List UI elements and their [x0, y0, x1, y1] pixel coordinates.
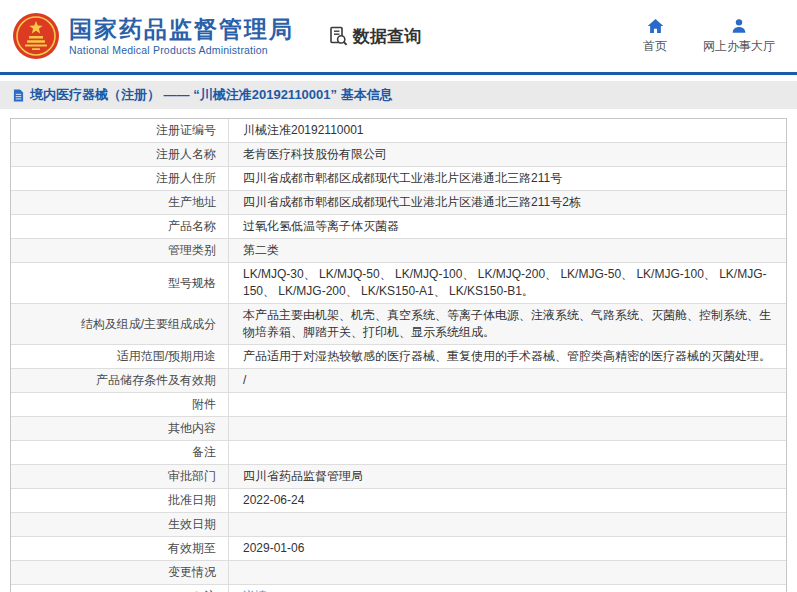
table-row: 管理类别 第二类 [11, 238, 786, 262]
row-label: 有效期至 [11, 537, 229, 560]
row-value: 2022-06-24 [229, 489, 786, 512]
row-value: 详情 [229, 585, 786, 592]
nav-home-label: 首页 [643, 38, 667, 55]
nav-home[interactable]: 首页 [643, 18, 667, 55]
table-row: 备注 [11, 440, 786, 464]
table-row: 有效期至 2029-01-06 [11, 536, 786, 560]
document-icon [13, 89, 24, 102]
table-row: 变更情况 [11, 560, 786, 584]
table-row: 注册证编号 川械注准20192110001 [11, 119, 786, 142]
breadcrumb: 境内医疗器械（注册） —— “川械注准20192110001” 基本信息 [0, 81, 797, 109]
brand-title: 国家药品监督管理局 [69, 16, 294, 42]
brand-text: 国家药品监督管理局 National Medical Products Admi… [69, 16, 294, 56]
row-value: 四川省药品监督管理局 [229, 465, 786, 488]
row-value: 川械注准20192110001 [229, 119, 786, 142]
row-value [229, 561, 786, 584]
table-row: 审批部门 四川省药品监督管理局 [11, 464, 786, 488]
breadcrumb-text: 境内医疗器械（注册） —— “川械注准20192110001” 基本信息 [30, 86, 393, 104]
row-label: 结构及组成/主要组成成分 [11, 304, 229, 344]
row-value: 四川省成都市郫都区成都现代工业港北片区港通北三路211号2栋 [229, 191, 786, 214]
details-link[interactable]: 详情 [243, 588, 267, 592]
row-value [229, 441, 786, 464]
row-value: 产品适用于对湿热较敏感的医疗器械、重复使用的手术器械、管腔类高精密的医疗器械的灭… [229, 345, 786, 368]
table-row: 附件 [11, 392, 786, 416]
table-row-note: 注 详情 [11, 584, 786, 592]
home-icon [647, 18, 664, 34]
row-value: 老肯医疗科技股份有限公司 [229, 143, 786, 166]
row-value: / [229, 369, 786, 392]
note-label: 注 [204, 588, 216, 592]
row-value: 2029-01-06 [229, 537, 786, 560]
row-label: 产品储存条件及有效期 [11, 369, 229, 392]
row-value: LK/MJQ-30、 LK/MJQ-50、 LK/MJQ-100、 LK/MJQ… [229, 263, 786, 303]
top-nav: 首页 网上办事大厅 [643, 18, 781, 55]
table-row: 其他内容 [11, 416, 786, 440]
page: 国家药品监督管理局 National Medical Products Admi… [0, 0, 797, 592]
table-row: 批准日期 2022-06-24 [11, 488, 786, 512]
national-emblem-logo [12, 12, 60, 60]
row-label: 注册证编号 [11, 119, 229, 142]
table-row: 生产地址 四川省成都市郫都区成都现代工业港北片区港通北三路211号2栋 [11, 190, 786, 214]
table-row: 结构及组成/主要组成成分 本产品主要由机架、机壳、真空系统、等离子体电源、注液系… [11, 303, 786, 344]
site-header: 国家药品监督管理局 National Medical Products Admi… [0, 0, 797, 75]
row-label: 产品名称 [11, 215, 229, 238]
nav-service-hall[interactable]: 网上办事大厅 [703, 18, 775, 55]
brand-subtitle: National Medical Products Administration [69, 44, 294, 56]
table-row: 适用范围/预期用途 产品适用于对湿热较敏感的医疗器械、重复使用的手术器械、管腔类… [11, 344, 786, 368]
row-value [229, 513, 786, 536]
row-value: 本产品主要由机架、机壳、真空系统、等离子体电源、注液系统、气路系统、灭菌舱、控制… [229, 304, 786, 344]
row-label: 注册人住所 [11, 167, 229, 190]
table-row: 生效日期 [11, 512, 786, 536]
row-label: 批准日期 [11, 489, 229, 512]
table-row: 产品名称 过氧化氢低温等离子体灭菌器 [11, 214, 786, 238]
row-value: 四川省成都市郫都区成都现代工业港北片区港通北三路211号 [229, 167, 786, 190]
row-label: 管理类别 [11, 239, 229, 262]
table-row: 注册人名称 老肯医疗科技股份有限公司 [11, 142, 786, 166]
row-value: 过氧化氢低温等离子体灭菌器 [229, 215, 786, 238]
registration-info-table: 注册证编号 川械注准20192110001 注册人名称 老肯医疗科技股份有限公司… [10, 118, 787, 592]
row-label: 注册人名称 [11, 143, 229, 166]
row-label: 型号规格 [11, 263, 229, 303]
document-search-icon [328, 26, 348, 46]
row-label: 生效日期 [11, 513, 229, 536]
brand: 国家药品监督管理局 National Medical Products Admi… [12, 12, 294, 60]
user-icon [731, 18, 747, 34]
data-query-tab[interactable]: 数据查询 [328, 25, 421, 48]
row-value [229, 393, 786, 416]
row-label: 审批部门 [11, 465, 229, 488]
row-label: 适用范围/预期用途 [11, 345, 229, 368]
table-row: 注册人住所 四川省成都市郫都区成都现代工业港北片区港通北三路211号 [11, 166, 786, 190]
row-label: 附件 [11, 393, 229, 416]
row-label: 变更情况 [11, 561, 229, 584]
table-row: 型号规格 LK/MJQ-30、 LK/MJQ-50、 LK/MJQ-100、 L… [11, 262, 786, 303]
row-label: 备注 [11, 441, 229, 464]
row-value: 第二类 [229, 239, 786, 262]
row-value [229, 417, 786, 440]
row-label: 注 [11, 585, 229, 592]
nav-service-hall-label: 网上办事大厅 [703, 38, 775, 55]
row-label: 生产地址 [11, 191, 229, 214]
table-row: 产品储存条件及有效期 / [11, 368, 786, 392]
row-label: 其他内容 [11, 417, 229, 440]
data-query-label: 数据查询 [353, 25, 421, 48]
